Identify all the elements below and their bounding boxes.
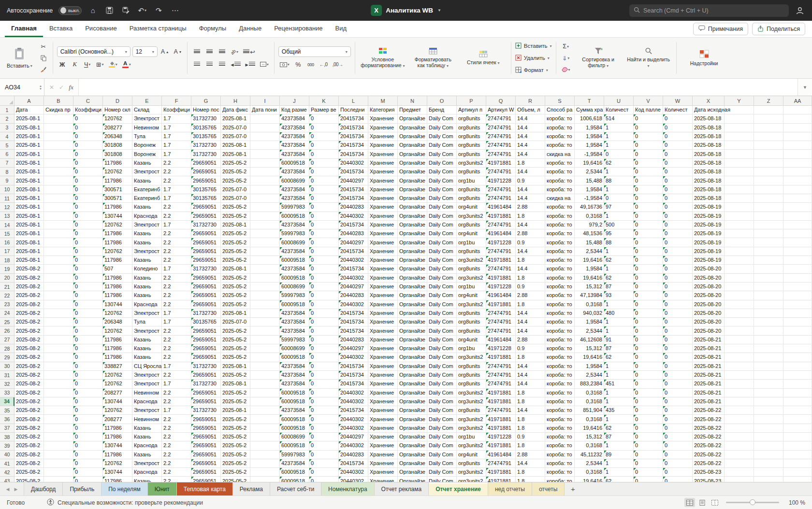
- cell[interactable]: [250, 150, 280, 158]
- cell[interactable]: 59997983: [280, 291, 309, 300]
- cell[interactable]: Казань: [132, 203, 162, 212]
- cell[interactable]: 2025-08-1: [221, 380, 250, 388]
- cell[interactable]: Органайзе: [398, 274, 427, 283]
- cell[interactable]: 2.2: [162, 353, 191, 362]
- cell[interactable]: 2025-05-2: [221, 256, 250, 265]
- cell[interactable]: 29659051: [191, 389, 221, 397]
- cell[interactable]: 2025-05-2: [221, 326, 250, 335]
- cell[interactable]: 20415734: [339, 185, 368, 194]
- cell[interactable]: [44, 141, 73, 150]
- cell[interactable]: 59997983: [280, 451, 309, 459]
- cell[interactable]: [44, 159, 73, 168]
- cell[interactable]: Код палле: [634, 106, 663, 114]
- cell[interactable]: 20440302: [339, 274, 368, 283]
- cell[interactable]: 41971228: [486, 238, 516, 247]
- decrease-decimal-button[interactable]: ←,0: [318, 59, 329, 70]
- cell[interactable]: [250, 291, 280, 300]
- cell[interactable]: 0: [663, 247, 693, 256]
- cell[interactable]: 2025-08-19: [693, 256, 725, 265]
- row-header[interactable]: 43: [0, 477, 14, 482]
- ribbon-tab[interactable]: Рисование: [79, 21, 123, 37]
- cell[interactable]: Тула: [132, 318, 162, 326]
- cell[interactable]: [783, 406, 812, 415]
- cell[interactable]: org8units: [457, 380, 486, 388]
- cell[interactable]: 30135765: [191, 185, 221, 194]
- cell[interactable]: 2,5344: [575, 326, 604, 335]
- italic-button[interactable]: К: [70, 59, 80, 70]
- cell[interactable]: [754, 291, 783, 300]
- save-icon[interactable]: [104, 5, 115, 16]
- cell[interactable]: [754, 459, 783, 468]
- cell[interactable]: 0: [309, 283, 339, 291]
- cell[interactable]: [754, 221, 783, 229]
- cell[interactable]: org8units: [457, 141, 486, 150]
- cell[interactable]: Органайзе: [398, 362, 427, 371]
- cell[interactable]: Хранение: [368, 132, 398, 141]
- cell[interactable]: [250, 433, 280, 441]
- cell[interactable]: 2025-08-2: [14, 451, 44, 459]
- search-input[interactable]: Search (Cmd + Ctrl + U): [629, 4, 789, 17]
- increase-decimal-button[interactable]: ,00→: [331, 59, 345, 70]
- cell[interactable]: 2025-05-2: [221, 238, 250, 247]
- ribbon-tab[interactable]: Вставка: [43, 21, 79, 37]
- cell[interactable]: 0: [309, 406, 339, 415]
- redo-button[interactable]: ↷: [153, 5, 164, 16]
- cell[interactable]: 2025-08-22: [693, 406, 725, 415]
- cell[interactable]: 0,3168: [575, 415, 604, 424]
- cell[interactable]: [250, 132, 280, 141]
- column-header[interactable]: I: [250, 96, 280, 106]
- cell[interactable]: [44, 124, 73, 132]
- cell[interactable]: Daily Com: [427, 336, 457, 344]
- cell[interactable]: [250, 459, 280, 468]
- ribbon-tab[interactable]: Главная: [5, 21, 43, 37]
- cell[interactable]: 0: [634, 203, 663, 212]
- cell[interactable]: 130744: [103, 441, 132, 450]
- cell[interactable]: [725, 318, 754, 326]
- cell[interactable]: Казань: [132, 274, 162, 283]
- cell[interactable]: Артикул W: [486, 106, 516, 114]
- cell[interactable]: 1: [604, 468, 634, 477]
- cell[interactable]: [725, 159, 754, 168]
- cell[interactable]: 301808: [103, 141, 132, 150]
- cell[interactable]: [725, 371, 754, 380]
- cell[interactable]: 27474791: [486, 265, 516, 273]
- addins-button[interactable]: Надстройки: [681, 49, 728, 67]
- cell[interactable]: Коэффици: [73, 106, 103, 114]
- cell[interactable]: 2025-08-22: [693, 459, 725, 468]
- cell[interactable]: Daily Com: [427, 353, 457, 362]
- cell[interactable]: [754, 309, 783, 318]
- cell[interactable]: 2.2: [162, 459, 191, 468]
- cell[interactable]: 0: [634, 362, 663, 371]
- cell[interactable]: 2.2: [162, 168, 191, 176]
- cell[interactable]: 0: [309, 300, 339, 309]
- cell[interactable]: 0: [309, 424, 339, 433]
- cell[interactable]: Электрост: [132, 459, 162, 468]
- cell[interactable]: [725, 168, 754, 176]
- cell[interactable]: 0: [309, 212, 339, 221]
- sheet-tab[interactable]: Юнит: [148, 482, 177, 495]
- cell[interactable]: 0: [663, 477, 693, 482]
- cell[interactable]: 1.7: [162, 406, 191, 415]
- row-header[interactable]: 26: [0, 326, 14, 335]
- cell[interactable]: 2.2: [162, 256, 191, 265]
- cell[interactable]: 0: [73, 114, 103, 123]
- cell[interactable]: [250, 300, 280, 309]
- cell[interactable]: 27474791: [486, 141, 516, 150]
- cell[interactable]: 0: [309, 274, 339, 283]
- cell[interactable]: [250, 362, 280, 371]
- cell[interactable]: 2025-08-1: [221, 362, 250, 371]
- cell[interactable]: [250, 159, 280, 168]
- cell[interactable]: 1.8: [516, 212, 545, 221]
- cell[interactable]: 62: [604, 424, 634, 433]
- row-header[interactable]: 3: [0, 124, 14, 132]
- cell[interactable]: 14.4: [516, 459, 545, 468]
- cell[interactable]: Органайзе: [398, 380, 427, 388]
- cell[interactable]: 42373584: [280, 406, 309, 415]
- cell[interactable]: 62: [604, 159, 634, 168]
- cell[interactable]: Хранение: [368, 415, 398, 424]
- cell[interactable]: [250, 451, 280, 459]
- cell[interactable]: 29659051: [191, 274, 221, 283]
- cell[interactable]: 301808: [103, 150, 132, 158]
- cell[interactable]: 0: [663, 336, 693, 344]
- cell[interactable]: 2.2: [162, 238, 191, 247]
